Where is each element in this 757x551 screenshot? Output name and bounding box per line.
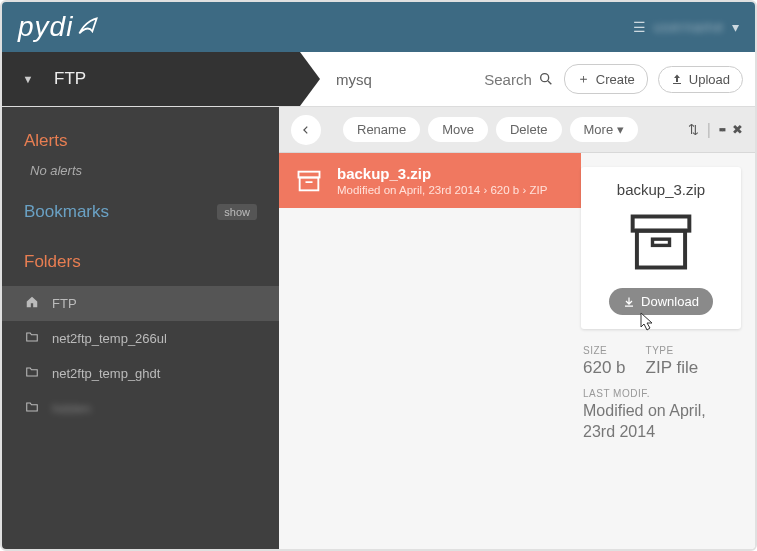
modified-value: Modified on April, 23rd 2014 bbox=[583, 401, 739, 443]
workspace-name: FTP bbox=[54, 69, 86, 89]
upload-button[interactable]: Upload bbox=[658, 66, 743, 93]
size-value: 620 b bbox=[583, 358, 626, 378]
file-list: backup_3.zip Modified on April, 23rd 201… bbox=[279, 153, 581, 549]
sidebar-item-label: FTP bbox=[52, 296, 77, 311]
upload-label: Upload bbox=[689, 72, 730, 87]
archive-icon bbox=[625, 208, 697, 276]
sidebar-folders-heading: Folders bbox=[2, 244, 279, 280]
folder-icon bbox=[24, 365, 40, 382]
create-label: Create bbox=[596, 72, 635, 87]
logo-swoosh-icon bbox=[75, 14, 101, 40]
no-alerts-text: No alerts bbox=[2, 159, 279, 194]
more-button[interactable]: More ▾ bbox=[570, 117, 638, 142]
user-name: username bbox=[654, 19, 724, 35]
more-label: More bbox=[584, 122, 614, 137]
chevron-down-icon: ▼ bbox=[2, 73, 54, 85]
view-controls: ⇅ | ▪▪ ✖ bbox=[688, 121, 743, 139]
folder-icon bbox=[24, 330, 40, 347]
svg-rect-3 bbox=[300, 177, 319, 190]
file-name: backup_3.zip bbox=[337, 165, 547, 182]
download-button[interactable]: Download bbox=[609, 288, 713, 315]
content: Rename Move Delete More ▾ ⇅ | ▪▪ ✖ bbox=[279, 107, 755, 549]
subbar: ▼ FTP mysq Search ＋ Create Upload bbox=[2, 52, 755, 107]
logo-text: pydi bbox=[18, 11, 73, 43]
toolbar: Rename Move Delete More ▾ ⇅ | ▪▪ ✖ bbox=[279, 107, 755, 153]
breadcrumb[interactable]: mysq bbox=[336, 71, 474, 88]
back-button[interactable] bbox=[291, 115, 321, 145]
folder-icon bbox=[24, 400, 40, 417]
detail-meta: SIZE 620 b TYPE ZIP file LAST MODIF. Mod… bbox=[581, 339, 741, 449]
file-row-selected[interactable]: backup_3.zip Modified on April, 23rd 201… bbox=[279, 153, 581, 208]
archive-icon bbox=[295, 167, 323, 195]
sidebar-item-label: net2ftp_temp_266ul bbox=[52, 331, 167, 346]
home-icon bbox=[24, 295, 40, 312]
main: Alerts No alerts Bookmarks show Folders … bbox=[2, 107, 755, 549]
delete-button[interactable]: Delete bbox=[496, 117, 562, 142]
subbar-right: mysq Search ＋ Create Upload bbox=[300, 52, 755, 106]
bookmarks-label: Bookmarks bbox=[24, 202, 109, 222]
type-label: TYPE bbox=[646, 345, 699, 356]
chevron-down-icon: ▾ bbox=[732, 19, 739, 35]
move-button[interactable]: Move bbox=[428, 117, 488, 142]
size-label: SIZE bbox=[583, 345, 626, 356]
download-label: Download bbox=[641, 294, 699, 309]
search-icon bbox=[538, 71, 554, 87]
svg-rect-7 bbox=[653, 239, 670, 245]
menu-icon: ☰ bbox=[633, 19, 646, 35]
svg-rect-5 bbox=[633, 217, 690, 231]
sidebar-alerts-heading: Alerts bbox=[2, 123, 279, 159]
sidebar-item-ftp[interactable]: FTP bbox=[2, 286, 279, 321]
user-menu[interactable]: ☰ username ▾ bbox=[633, 19, 739, 35]
folder-list: FTP net2ftp_temp_266ul net2ftp_temp_ghdt… bbox=[2, 286, 279, 426]
sidebar-item-label: hidden bbox=[52, 401, 91, 416]
upload-icon bbox=[671, 73, 683, 85]
search-label: Search bbox=[484, 71, 532, 88]
workspace-selector[interactable]: ▼ FTP bbox=[2, 52, 300, 106]
sidebar-item-folder[interactable]: net2ftp_temp_266ul bbox=[2, 321, 279, 356]
download-icon bbox=[623, 296, 635, 308]
create-button[interactable]: ＋ Create bbox=[564, 64, 648, 94]
file-meta: Modified on April, 23rd 2014 › 620 b › Z… bbox=[337, 184, 547, 196]
bookmarks-show-button[interactable]: show bbox=[217, 204, 257, 220]
chevron-left-icon bbox=[301, 125, 311, 135]
caret-down-icon: ▾ bbox=[617, 122, 624, 137]
type-value: ZIP file bbox=[646, 358, 699, 378]
svg-point-0 bbox=[540, 74, 548, 82]
logo: pydi bbox=[18, 11, 101, 43]
detail-pane: backup_3.zip Download bbox=[581, 153, 755, 549]
detail-card: backup_3.zip Download bbox=[581, 167, 741, 329]
sidebar-item-folder[interactable]: hidden bbox=[2, 391, 279, 426]
svg-line-1 bbox=[548, 81, 551, 84]
modified-label: LAST MODIF. bbox=[583, 388, 739, 399]
rename-button[interactable]: Rename bbox=[343, 117, 420, 142]
svg-rect-6 bbox=[637, 231, 685, 268]
sidebar: Alerts No alerts Bookmarks show Folders … bbox=[2, 107, 279, 549]
content-body: backup_3.zip Modified on April, 23rd 201… bbox=[279, 153, 755, 549]
sidebar-item-label: net2ftp_temp_ghdt bbox=[52, 366, 160, 381]
sidebar-item-folder[interactable]: net2ftp_temp_ghdt bbox=[2, 356, 279, 391]
sort-icon[interactable]: ⇅ bbox=[688, 122, 699, 137]
sidebar-bookmarks-heading: Bookmarks show bbox=[2, 194, 279, 230]
grid-view-icon[interactable]: ▪▪ bbox=[719, 122, 724, 137]
topbar: pydi ☰ username ▾ bbox=[2, 2, 755, 52]
plus-icon: ＋ bbox=[577, 70, 590, 88]
detail-filename: backup_3.zip bbox=[617, 181, 705, 198]
search-input[interactable]: Search bbox=[484, 71, 554, 88]
close-panel-icon[interactable]: ✖ bbox=[732, 122, 743, 137]
